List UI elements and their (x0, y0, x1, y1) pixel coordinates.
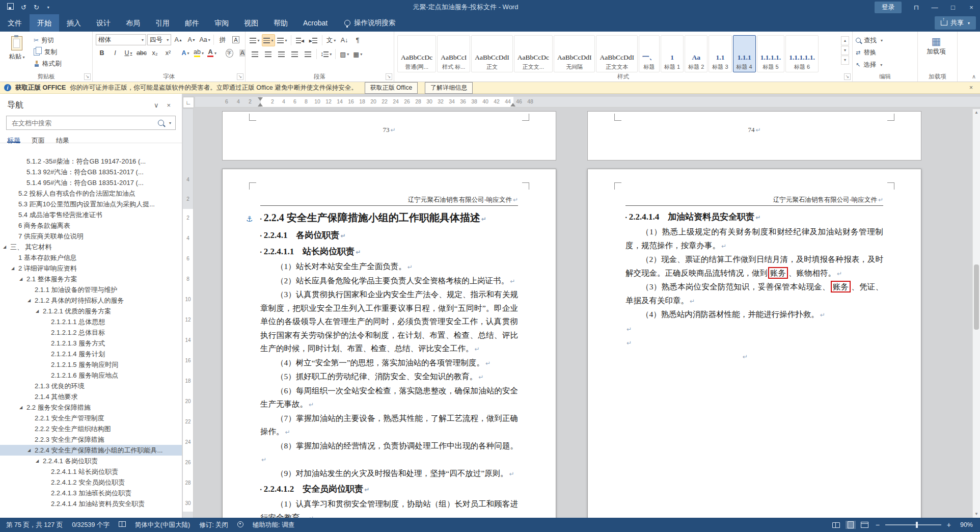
collapse-triangle-icon[interactable]: ◢ (19, 277, 26, 281)
search-input[interactable] (11, 119, 154, 127)
nav-item[interactable]: ◢2.1 整体服务方案 (0, 274, 182, 284)
nav-item[interactable]: 5.1.4 95#汽油：符合GB 18351-2017 (... (0, 177, 182, 188)
nav-item[interactable]: 2.1.2.1.5 服务响应时间 (0, 359, 182, 370)
style-item[interactable]: AaBbCcI样式 标... (437, 35, 470, 72)
nav-tab-结果[interactable]: 结果 (56, 136, 69, 143)
nav-item[interactable]: 2.2.2 安全生产组织结构图 (0, 423, 182, 434)
nav-item[interactable]: 2.2.3 安全生产保障措施 (0, 434, 182, 445)
style-item[interactable]: AaBbCcDc普通(网... (397, 35, 436, 72)
strikethrough-button[interactable]: abc (135, 47, 148, 59)
paste-button[interactable]: 粘贴▾ (3, 34, 31, 69)
nav-tab-标题[interactable]: 标题 (7, 136, 20, 143)
scroll-down-icon[interactable]: ▼ (973, 511, 980, 518)
font-size-select[interactable]: 四号▾ (147, 34, 171, 45)
nav-item[interactable]: ◢2.2 服务安全保障措施 (0, 402, 182, 413)
page-indicator[interactable]: 第 75 页，共 127 页 (6, 521, 63, 529)
addins-button[interactable]: ▦ 加载项 (921, 34, 951, 56)
ribbon-tab-开始[interactable]: 开始 (30, 14, 59, 32)
proofing-icon[interactable] (119, 521, 126, 528)
underline-button[interactable]: U▾ (122, 47, 134, 59)
style-item[interactable]: AaBbCcDc正文文... (514, 35, 553, 72)
copy-button[interactable]: 复制 (34, 47, 62, 57)
hanging-indent-marker[interactable] (258, 103, 263, 107)
nav-item[interactable]: ◢2.1.2.1 优质的服务方案 (0, 306, 182, 316)
restore-icon[interactable]: □ (944, 0, 962, 14)
nav-item[interactable]: 5.1.3 92#汽油：符合GB 18351-2017 (... (0, 167, 182, 177)
asian-layout-button[interactable]: 文▾ (325, 35, 337, 46)
tab-stop-selector[interactable]: ∟ (183, 97, 194, 108)
style-item[interactable]: AaBbCcDdI无间隔 (554, 35, 595, 72)
grow-font-button[interactable]: A▲ (172, 34, 184, 45)
nav-item[interactable]: ◢2.2.4 安全生产保障措施小组的工作职能具... (0, 445, 182, 456)
borders-button[interactable]: ▦▾ (351, 48, 364, 60)
track-changes-indicator[interactable]: 修订: 关闭 (199, 521, 228, 529)
enclose-characters-button[interactable]: 字 (223, 47, 235, 59)
ribbon-tab-引用[interactable]: 引用 (148, 14, 177, 32)
search-options-caret-icon[interactable]: ▾ (169, 121, 171, 125)
collapse-ribbon-icon[interactable]: ∧ (972, 73, 976, 80)
zoom-slider-thumb[interactable] (916, 522, 918, 528)
print-layout-button[interactable] (846, 521, 856, 529)
scroll-up-icon[interactable]: ▲ (973, 109, 980, 116)
distribute-button[interactable] (302, 48, 314, 60)
collapse-triangle-icon[interactable]: ◢ (28, 448, 35, 453)
styles-dialog-launcher-icon[interactable]: ↘ (844, 73, 851, 80)
save-icon[interactable] (7, 3, 14, 11)
nav-item[interactable]: 6 商务条款偏离表 (0, 220, 182, 231)
nav-item[interactable]: 2.2.1 安全生产管理制度 (0, 413, 182, 423)
close-nav-icon[interactable]: × (162, 101, 175, 109)
bold-button[interactable]: B (96, 47, 108, 59)
nav-item[interactable]: 2.1.2.1.1 总体思想 (0, 316, 182, 327)
ribbon-display-options-icon[interactable]: ⊓ (908, 0, 925, 14)
nav-item[interactable]: 1 基本存款账户信息 (0, 252, 182, 263)
vertical-scrollbar[interactable]: ▲ ▼ (972, 109, 980, 518)
justify-button[interactable] (288, 48, 301, 60)
nav-item[interactable]: 2.2.4.1.2 安全员岗位职责 (0, 477, 182, 488)
collapse-triangle-icon[interactable]: ◢ (36, 309, 43, 313)
ribbon-tab-插入[interactable]: 插入 (59, 14, 89, 32)
nav-item[interactable]: 2.1.2.1.2 总体目标 (0, 327, 182, 338)
scrollbar-thumb[interactable] (974, 264, 979, 330)
document-viewport[interactable]: 73↵ 74↵ 辽宁元聚石油销售有限公司-响应文件↵ ⚓▪2.2.4 安全生产保… (195, 109, 980, 518)
nav-item[interactable]: 2.1.4 其他要求 (0, 391, 182, 402)
sort-button[interactable]: A↓ (338, 35, 350, 46)
align-center-button[interactable] (262, 48, 274, 60)
nav-item[interactable]: 5.3 距离10公里范围内设置加油点为采购人提... (0, 199, 182, 209)
change-case-button[interactable]: Aa▾ (199, 34, 211, 45)
styles-scroll-down-icon[interactable]: ▾ (841, 46, 849, 55)
shrink-font-button[interactable]: A▼ (185, 34, 198, 45)
nav-item[interactable]: ◢2.2.4.1 各岗位职责 (0, 456, 182, 466)
accessibility-status[interactable]: 辅助功能: 调查 (253, 521, 294, 529)
collapse-triangle-icon[interactable]: ◢ (28, 298, 35, 303)
style-item[interactable]: AaBbCcDdI正文 (471, 35, 513, 72)
collapse-triangle-icon[interactable]: ◢ (3, 245, 10, 249)
nav-item[interactable]: 5.2 投标人自有或合作的合法固定加油点 (0, 188, 182, 199)
clipboard-dialog-launcher-icon[interactable]: ↘ (84, 73, 91, 80)
align-right-button[interactable] (275, 48, 287, 60)
ribbon-tab-邮件[interactable]: 邮件 (177, 14, 207, 32)
ribbon-tab-视图[interactable]: 视图 (236, 14, 266, 32)
style-item[interactable]: 1.1标题 3 (709, 35, 731, 72)
bullets-button[interactable]: ▾ (249, 35, 261, 46)
web-layout-button[interactable] (860, 521, 870, 529)
tell-me-search[interactable]: 操作说明搜索 (344, 18, 395, 28)
chevron-down-icon[interactable]: ∨ (150, 101, 163, 109)
replace-button[interactable]: ⇄替换 (856, 47, 914, 58)
select-button[interactable]: ↖选择▾ (856, 60, 914, 70)
style-item[interactable]: Aa标题 2 (685, 35, 707, 72)
numbering-button[interactable]: ▾ (262, 34, 275, 46)
collapse-triangle-icon[interactable]: ◢ (36, 459, 43, 463)
zoom-slider[interactable] (885, 524, 941, 525)
shading-button[interactable]: ▨▾ (338, 48, 350, 60)
align-left-button[interactable] (249, 48, 261, 60)
repeat-icon[interactable]: ↻ (34, 4, 39, 11)
nav-item[interactable]: 2.1.2.1.4 服务计划 (0, 349, 182, 359)
collapse-triangle-icon[interactable]: ◢ (19, 405, 26, 410)
nav-item[interactable]: 2.1.2.1.6 服务响应地点 (0, 370, 182, 381)
nav-item[interactable]: 5.4 成品油零售经营批准证书 (0, 209, 182, 220)
styles-more-icon[interactable]: ▾ (841, 56, 849, 65)
close-notice-icon[interactable]: × (966, 84, 976, 91)
search-icon[interactable] (158, 120, 164, 126)
show-marks-button[interactable]: ¶ (351, 35, 364, 46)
decrease-indent-button[interactable]: ◂ (294, 35, 306, 46)
